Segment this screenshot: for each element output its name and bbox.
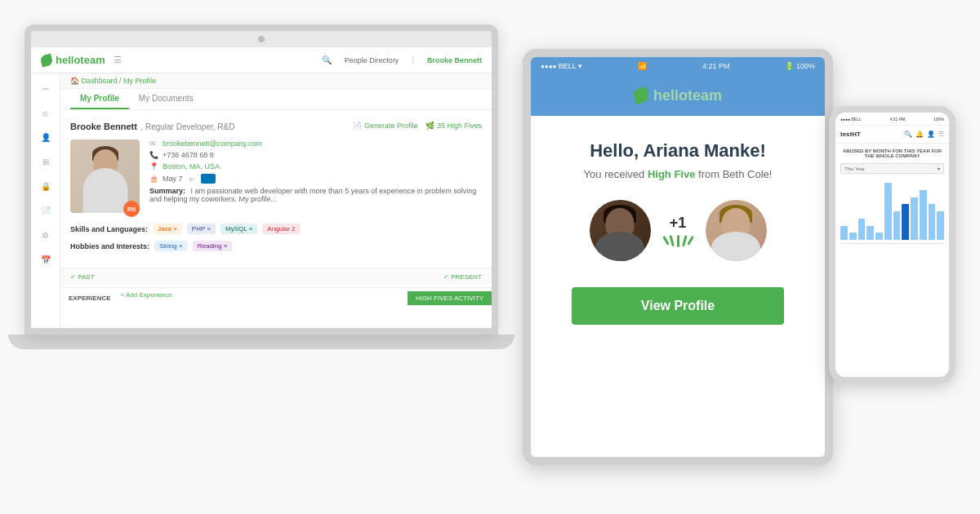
tab-my-profile[interactable]: My Profile [70,89,129,109]
chart-bar-10 [929,204,936,240]
phone-bell-icon[interactable]: 🔔 [915,131,924,138]
chart-bar-11 [937,211,944,240]
tablet-battery: 🔋 100% [785,62,815,70]
location-value: Boston, MA, USA [163,162,220,171]
chart-bar-3 [866,226,874,241]
phone-body: ●●●● BELL 4:21 PM 100% testHT 🔍 🔔 👤 ☰ [829,106,956,383]
receiver-body [711,232,760,261]
phone-chart-filter[interactable]: This Year ▾ [840,163,944,174]
highfive-lines [667,235,689,247]
profile-main: RN ✉ brookebennett@company.com 📞 [70,140,482,217]
phone-menu-icon[interactable]: ☰ [938,131,944,138]
hf-line-1 [662,235,670,245]
tab-my-documents[interactable]: My Documents [129,89,203,109]
sidebar-people-icon[interactable]: 👤 [38,129,54,145]
birthday-row: 🎂 May 7 in [149,174,482,184]
highfives-badge[interactable]: 🌿 35 High Fives [425,122,482,130]
email-value: brookebennett@company.com [163,140,262,148]
tabs-bar: My Profile My Documents [60,89,492,110]
people-directory-link[interactable]: People Directory [345,56,399,64]
tablet-logo-text: helloteam [653,87,722,104]
chart-bar-6 [893,211,901,240]
receiver-avatar [706,200,767,261]
sidebar-more-icon[interactable]: ••• [38,80,54,96]
profile-name-row: Brooke Bennett , Regular Developer, R&D … [70,118,482,133]
hobby-reading-tag[interactable]: Reading × [193,241,233,251]
avatar-box: RN [70,140,140,217]
sidebar-calendar-icon[interactable]: 📅 [38,251,54,268]
search-icon[interactable]: 🔍 [322,55,332,64]
app-header: helloteam ☰ 🔍 People Directory | Brooke … [31,47,492,73]
phone-filter-chevron: ▾ [938,166,940,171]
highfive-icon [667,235,689,247]
skill-php-tag[interactable]: PHP × [187,224,216,234]
plus-highfive-group: +1 [667,215,689,247]
sidebar-org-icon[interactable]: ⊞ [38,153,54,170]
skill-mysql-tag[interactable]: MySQL × [220,224,257,234]
sidebar-docs-icon[interactable]: 📄 [38,202,54,219]
laptop-body: helloteam ☰ 🔍 People Directory | Brooke … [24,24,498,335]
phone-chart [840,179,944,244]
skill-angular-tag[interactable]: Angular 2 [262,224,300,234]
phone-screen: ●●●● BELL 4:21 PM 100% testHT 🔍 🔔 👤 ☰ [835,113,949,377]
generate-profile-btn[interactable]: 📄 Generate Profile [353,122,417,130]
phone-chart-wrapper [840,179,944,244]
birthday-value: May 7 [163,175,183,183]
phone-icon: 📞 [149,151,159,159]
plus-one-badge: +1 [670,215,687,232]
sidebar-security-icon[interactable]: 🔒 [38,178,54,194]
phone-search-icon[interactable]: 🔍 [904,131,912,138]
highfives-activity-btn[interactable]: HIGH FIVES ACTIVITY [408,291,492,305]
tablet-app-header: helloteam [531,75,825,116]
hobby-skiing-tag[interactable]: Skiing × [154,241,188,251]
phone-user-icon[interactable]: 👤 [927,131,935,138]
view-profile-button[interactable]: View Profile [572,287,784,325]
avatar-body-shape [82,168,127,213]
phone-time: 4:21 PM [890,117,906,122]
tablet-wifi-icon: 📶 [638,62,647,70]
header-right: 🔍 People Directory | Brooke Bennett [322,55,482,64]
tablet-carrier: ●●●● BELL ▾ [541,62,582,70]
profile-info: ✉ brookebennett@company.com 📞 +736 4678 … [149,140,482,217]
skill-java-tag[interactable]: Java × [153,224,182,234]
laptop-device: helloteam ☰ 🔍 People Directory | Brooke … [24,24,498,367]
chart-bar-0 [840,226,848,241]
skills-row: Skills and Languages: Java × PHP × MySQL… [70,224,482,234]
sidebar-home-icon[interactable]: ⌂ [38,104,54,121]
laptop-camera [258,36,265,42]
sender-body [595,232,644,261]
hello-greeting: Hello, Ariana Manke! [550,140,805,162]
tablet-time: 4:21 PM [702,62,730,70]
experience-bar: EXPERIENCE + Add Experience HIGH FIVES A… [60,287,492,308]
hobbies-row: Hobbies and Interests: Skiing × Reading … [70,241,482,251]
location-icon: 📍 [149,162,159,171]
add-experience-btn[interactable]: + Add Experience [121,291,172,305]
tablet-body: ●●●● BELL ▾ 📶 4:21 PM 🔋 100% he [523,49,833,465]
logo-leaf-icon [39,53,53,67]
sidebar-settings-icon[interactable]: ⚙ [38,227,54,243]
hf-line-5 [687,235,694,245]
profile-name-title: Brooke Bennett , Regular Developer, R&D [70,118,234,133]
scene: helloteam ☰ 🔍 People Directory | Brooke … [0,0,980,514]
chart-bar-4 [875,233,883,240]
phone-app-header: testHT 🔍 🔔 👤 ☰ [835,126,949,144]
past-label[interactable]: ✓ PAST [70,273,95,281]
logo-text: helloteam [56,54,105,66]
summary-section: Summary: I am passionate web developer w… [149,187,482,203]
birthday-icon: 🎂 [149,175,159,183]
present-label[interactable]: ✓ PRESENT [443,273,482,281]
main-content: 🏠 Dashboard / My Profile My Profile My D… [60,73,492,328]
tablet-status-bar: ●●●● BELL ▾ 📶 4:21 PM 🔋 100% [531,57,825,75]
email-row: ✉ brookebennett@company.com [149,140,482,148]
phone-value: +736 4678 68 8 [163,151,214,159]
hamburger-icon[interactable]: ☰ [114,55,122,65]
tablet-logo: helloteam [634,87,722,104]
tablet-screen: ●●●● BELL ▾ 📶 4:21 PM 🔋 100% he [531,57,825,457]
chart-bar-7 [902,204,909,240]
phone-chart-title: ABUSED BY MONTH FOR THIS YEAR FOR THE WH… [840,148,944,158]
phone-carrier: ●●●● BELL [840,117,862,122]
profile-actions: 📄 Generate Profile 🌿 35 High Fives [353,122,482,130]
linkedin-icon [201,174,216,184]
tablet-main-content: Hello, Ariana Manke! You received High F… [531,116,825,349]
app-layout: ••• ⌂ 👤 ⊞ 🔒 📄 ⚙ 📅 🏠 Dashboard / My Profi… [31,73,492,328]
